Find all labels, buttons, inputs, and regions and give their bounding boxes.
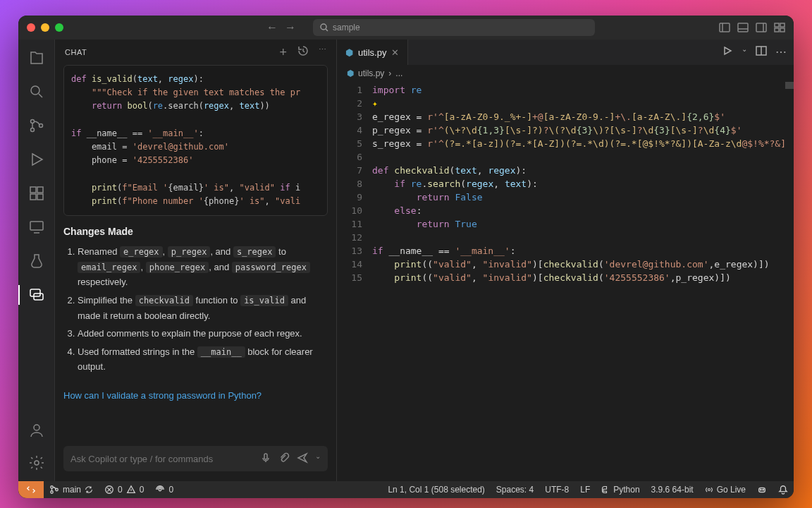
svg-line-1 [326, 29, 328, 31]
svg-rect-19 [37, 187, 43, 193]
tab-filename: utils.py [358, 47, 386, 58]
editor-body[interactable]: 123456789101112131415 import re✦e_regex … [337, 82, 794, 481]
accounts-icon[interactable] [27, 421, 47, 440]
testing-icon[interactable] [27, 251, 47, 271]
maximize-window-button[interactable] [55, 23, 63, 32]
error-count: 0 [118, 485, 123, 495]
mic-icon[interactable] [260, 452, 271, 466]
eol[interactable]: LF [574, 485, 596, 495]
new-chat-icon[interactable]: + [279, 45, 287, 60]
extensions-icon[interactable] [27, 183, 47, 203]
svg-line-13 [39, 94, 42, 97]
chat-panel: CHAT + ⋯ def is_valid(text, regex): """C… [55, 40, 337, 481]
svg-point-12 [31, 86, 39, 95]
svg-marker-29 [725, 47, 731, 54]
svg-rect-9 [780, 23, 785, 27]
language-mode[interactable]: Python [596, 485, 645, 495]
minimap[interactable] [785, 82, 794, 89]
send-icon[interactable] [297, 452, 308, 466]
line-gutter: 123456789101112131415 [337, 82, 372, 481]
layout-sidebar-right-icon[interactable] [756, 22, 767, 33]
breadcrumb-file: utils.py [358, 68, 384, 78]
svg-point-42 [760, 489, 761, 490]
chat-activity-icon[interactable] [27, 285, 47, 305]
close-tab-icon[interactable]: ✕ [391, 47, 399, 58]
chat-panel-title: CHAT [65, 48, 87, 56]
changes-list: Renamed e_regex, p_regex, and s_regex to… [63, 244, 328, 375]
svg-marker-17 [32, 154, 42, 165]
activity-bar [18, 40, 55, 481]
python-lang-icon [601, 485, 610, 494]
branch-name: main [63, 485, 81, 495]
indentation[interactable]: Spaces: 4 [491, 485, 539, 495]
search-activity-icon[interactable] [27, 82, 47, 102]
ports-indicator[interactable]: 0 [149, 485, 179, 495]
code-preview-block: def is_valid(text, regex): """Check if t… [63, 65, 328, 216]
split-editor-icon[interactable] [756, 45, 767, 59]
svg-point-32 [51, 486, 54, 489]
run-icon[interactable] [722, 45, 733, 59]
encoding[interactable]: UTF-8 [539, 485, 574, 495]
nav-forward-icon[interactable]: → [285, 21, 296, 34]
run-dropdown-icon[interactable]: ⌄ [742, 45, 747, 59]
layout-panel-icon[interactable] [737, 22, 749, 33]
notifications-icon[interactable] [773, 485, 794, 495]
python-interpreter[interactable]: 3.9.6 64-bit [646, 485, 699, 495]
chat-history-icon[interactable] [297, 45, 309, 60]
search-icon [320, 23, 328, 32]
titlebar: ← → sample [18, 16, 794, 40]
chat-input-field[interactable] [70, 454, 253, 464]
svg-rect-10 [775, 28, 779, 32]
list-item: Simplified the checkvalid function to is… [78, 293, 328, 323]
attach-icon[interactable] [278, 452, 290, 466]
chat-body: def is_valid(text, regex): """Check if t… [55, 65, 336, 439]
svg-point-14 [30, 120, 34, 123]
nav-back-icon[interactable]: ← [266, 21, 278, 34]
tab-utils-py[interactable]: ⬢ utils.py ✕ [337, 40, 408, 65]
svg-rect-4 [738, 23, 748, 32]
svg-point-43 [763, 489, 764, 490]
python-file-icon: ⬢ [347, 68, 354, 78]
svg-point-15 [30, 128, 34, 132]
svg-rect-11 [780, 28, 785, 32]
svg-point-33 [51, 491, 54, 494]
tabs-row: ⬢ utils.py ✕ ⌄ ⋯ [337, 40, 794, 65]
source-control-icon[interactable] [27, 116, 47, 135]
editor-more-icon[interactable]: ⋯ [775, 45, 787, 59]
status-bar: main 0 0 0 Ln 1, Col 1 (508 selected) Sp… [18, 481, 794, 498]
close-window-button[interactable] [27, 23, 35, 32]
run-debug-icon[interactable] [27, 150, 47, 169]
command-center-search[interactable]: sample [313, 19, 595, 36]
settings-gear-icon[interactable] [27, 453, 47, 473]
breadcrumb[interactable]: ⬢ utils.py › ... [337, 65, 794, 82]
remote-indicator[interactable] [18, 481, 44, 498]
svg-rect-28 [264, 454, 267, 459]
python-file-icon: ⬢ [345, 47, 353, 58]
go-live[interactable]: Go Live [699, 485, 751, 495]
window-controls [27, 23, 63, 32]
svg-point-0 [321, 24, 326, 30]
svg-rect-2 [720, 23, 730, 32]
layout-sidebar-left-icon[interactable] [719, 22, 730, 33]
cursor-position[interactable]: Ln 1, Col 1 (508 selected) [382, 485, 490, 495]
git-branch[interactable]: main [44, 485, 99, 495]
svg-rect-24 [30, 289, 40, 296]
svg-point-40 [708, 489, 710, 491]
list-item: Used formatted strings in the __main__ b… [78, 344, 328, 375]
svg-rect-8 [775, 23, 779, 27]
minimize-window-button[interactable] [41, 23, 49, 32]
followup-suggestion[interactable]: How can I validate a strong password in … [63, 390, 328, 401]
explorer-icon[interactable] [27, 48, 47, 68]
chat-more-icon[interactable]: ⋯ [319, 45, 327, 60]
sync-icon[interactable] [85, 485, 93, 494]
problems-indicator[interactable]: 0 0 [99, 485, 149, 495]
layout-customize-icon[interactable] [774, 22, 785, 33]
send-dropdown-icon[interactable]: ⌄ [315, 452, 321, 466]
copilot-status-icon[interactable] [751, 485, 773, 495]
breadcrumb-more: ... [395, 68, 402, 78]
chat-input[interactable]: ⌄ [63, 446, 328, 471]
list-item: Renamed e_regex, p_regex, and s_regex to… [78, 244, 328, 290]
code-area[interactable]: import re✦e_regex = r'^[a-zA-Z0-9._%+-]+… [372, 82, 794, 481]
remote-explorer-icon[interactable] [27, 217, 47, 237]
changes-made-heading: Changes Made [63, 226, 328, 237]
